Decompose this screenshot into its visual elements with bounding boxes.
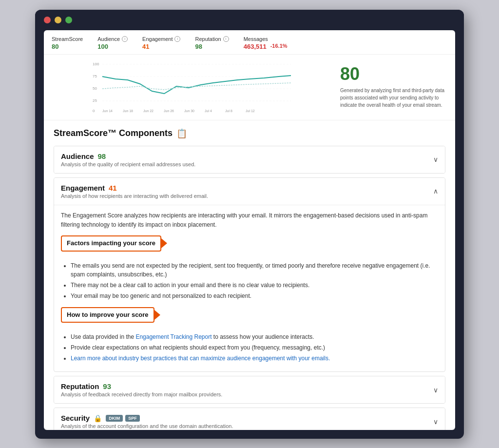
- stat-messages-label: Messages: [244, 36, 288, 42]
- security-section: Security 🔒 DKIM SPF Analysis of the acco…: [54, 408, 445, 429]
- reputation-title-area: Reputation 93 Analysis of feedback recei…: [61, 382, 222, 397]
- stat-stream-score: StreamScore 80: [52, 36, 83, 50]
- stat-stream-score-label: StreamScore: [52, 36, 83, 42]
- improve-item-1: Use data provided in the Engagement Trac…: [71, 332, 438, 341]
- stat-engagement: Engagement i 41: [142, 36, 180, 50]
- stat-messages: Messages 463,511 -16.1%: [244, 36, 288, 50]
- reputation-title-text: Reputation: [61, 382, 99, 390]
- stat-audience: Audience i 100: [97, 36, 128, 50]
- reputation-section: Reputation 93 Analysis of feedback recei…: [54, 376, 445, 404]
- improve-list: Use data provided in the Engagement Trac…: [61, 332, 438, 363]
- best-practices-link[interactable]: Learn more about industry best practices…: [71, 355, 330, 362]
- audience-title-area: Audience 98 Analysis of the quality of r…: [61, 152, 195, 167]
- engagement-subtitle: Analysis of how recipients are interacti…: [61, 193, 208, 199]
- engagement-section: Engagement 41 Analysis of how recipients…: [54, 177, 445, 372]
- reputation-subtitle: Analysis of feedback received directly f…: [61, 391, 222, 397]
- chart-svg: 100 75 50 25 0 Jun 14 Jun 18: [52, 59, 330, 115]
- browser-content: StreamScore 80 Audience i 100 Engagement…: [44, 30, 455, 430]
- clipboard-icon: 📋: [176, 128, 187, 139]
- factor-item-1: The emails you send are not expected by …: [71, 261, 438, 279]
- svg-text:Jul 8: Jul 8: [225, 109, 232, 113]
- stat-reputation-label: Reputation i: [195, 36, 229, 42]
- audience-section: Audience 98 Analysis of the quality of r…: [54, 146, 445, 174]
- audience-header[interactable]: Audience 98 Analysis of the quality of r…: [54, 146, 445, 173]
- improve-label: How to improve your score: [67, 311, 149, 318]
- audience-score: 98: [98, 152, 106, 160]
- stat-stream-score-value: 80: [52, 43, 83, 50]
- security-title-text: Security: [61, 414, 90, 422]
- factor-item-3: Your email may be too generic and not pe…: [71, 292, 438, 300]
- stat-messages-values: 463,511 -16.1%: [244, 42, 288, 50]
- improve-box: How to improve your score: [61, 307, 154, 323]
- svg-text:75: 75: [93, 74, 97, 78]
- stat-audience-label: Audience i: [97, 36, 128, 42]
- security-subtitle: Analysis of the account configuration an…: [61, 423, 233, 429]
- engagement-title: Engagement 41: [61, 184, 208, 192]
- close-button[interactable]: [44, 17, 51, 23]
- page-title-text: StreamScore™ Components: [54, 128, 173, 138]
- reputation-title: Reputation 93: [61, 382, 222, 390]
- stat-engagement-label: Engagement i: [142, 36, 180, 42]
- svg-text:100: 100: [93, 62, 99, 66]
- audience-chevron: ∨: [433, 156, 438, 163]
- audience-title: Audience 98: [61, 152, 195, 160]
- maximize-button[interactable]: [65, 17, 72, 23]
- engagement-header[interactable]: Engagement 41 Analysis of how recipients…: [54, 178, 445, 205]
- svg-text:25: 25: [93, 98, 97, 103]
- engagement-score: 41: [109, 184, 117, 192]
- engagement-info-icon[interactable]: i: [174, 36, 180, 42]
- security-header[interactable]: Security 🔒 DKIM SPF Analysis of the acco…: [54, 408, 445, 429]
- page-title: StreamScore™ Components 📋: [54, 128, 445, 139]
- svg-text:Jun 26: Jun 26: [164, 109, 174, 113]
- engagement-tracking-link[interactable]: Engagement Tracking Report: [135, 333, 211, 340]
- engagement-description: The Engagement Score analyzes how recipi…: [61, 211, 438, 230]
- svg-text:Jul 12: Jul 12: [246, 109, 255, 113]
- chart-description: 80 Generated by analyzing first and thir…: [340, 59, 447, 115]
- reputation-score: 93: [103, 382, 111, 390]
- engagement-body: The Engagement Score analyzes how recipi…: [54, 205, 445, 372]
- stat-audience-value: 100: [97, 43, 128, 50]
- svg-text:Jun 30: Jun 30: [184, 109, 194, 113]
- security-title-area: Security 🔒 DKIM SPF Analysis of the acco…: [61, 414, 233, 429]
- reputation-info-icon[interactable]: i: [223, 36, 229, 42]
- svg-text:Jun 22: Jun 22: [143, 109, 154, 113]
- stat-messages-count: 463,511: [244, 43, 267, 50]
- stat-reputation-value: 98: [195, 43, 229, 50]
- factors-section: Factors impacting your score: [61, 235, 438, 256]
- lock-icon: 🔒: [94, 414, 102, 422]
- minimize-button[interactable]: [55, 17, 61, 23]
- svg-text:50: 50: [93, 86, 97, 91]
- audience-subtitle: Analysis of the quality of recipient ema…: [61, 161, 195, 167]
- chart-area: 100 75 50 25 0 Jun 14 Jun 18: [44, 55, 455, 120]
- reputation-header[interactable]: Reputation 93 Analysis of feedback recei…: [54, 376, 445, 403]
- browser-titlebar: [35, 10, 464, 30]
- factors-label: Factors impacting your score: [67, 239, 155, 247]
- main-content: StreamScore™ Components 📋 Audience 98 An…: [44, 120, 455, 430]
- stat-messages-change: -16.1%: [270, 43, 288, 49]
- svg-text:Jun 18: Jun 18: [123, 109, 133, 113]
- spf-badge: SPF: [125, 415, 140, 422]
- audience-title-text: Audience: [61, 152, 94, 160]
- svg-text:0: 0: [93, 109, 95, 113]
- factors-list: The emails you send are not expected by …: [61, 261, 438, 300]
- audience-info-icon[interactable]: i: [122, 36, 128, 42]
- improve-section: How to improve your score: [61, 307, 438, 328]
- big-score: 80: [340, 65, 447, 83]
- security-title: Security 🔒 DKIM SPF: [61, 414, 233, 422]
- engagement-chevron: ∧: [433, 187, 438, 195]
- dkim-badge: DKIM: [106, 415, 123, 422]
- security-chevron: ∨: [433, 418, 438, 426]
- engagement-title-area: Engagement 41 Analysis of how recipients…: [61, 184, 208, 199]
- improve-item-3: Learn more about industry best practices…: [71, 354, 438, 363]
- factors-box: Factors impacting your score: [61, 235, 161, 252]
- reputation-chevron: ∨: [433, 386, 438, 394]
- security-badges: DKIM SPF: [106, 415, 140, 422]
- svg-text:Jun 14: Jun 14: [102, 109, 113, 113]
- improve-item-2: Provide clear expectations on what recip…: [71, 343, 438, 352]
- engagement-title-text: Engagement: [61, 184, 105, 192]
- factor-item-2: There may not be a clear call to action …: [71, 281, 438, 290]
- stat-engagement-value: 41: [142, 43, 180, 50]
- stats-header: StreamScore 80 Audience i 100 Engagement…: [44, 30, 455, 55]
- browser-window: StreamScore 80 Audience i 100 Engagement…: [35, 10, 464, 439]
- chart-desc-text: Generated by analyzing first and third-p…: [340, 87, 447, 109]
